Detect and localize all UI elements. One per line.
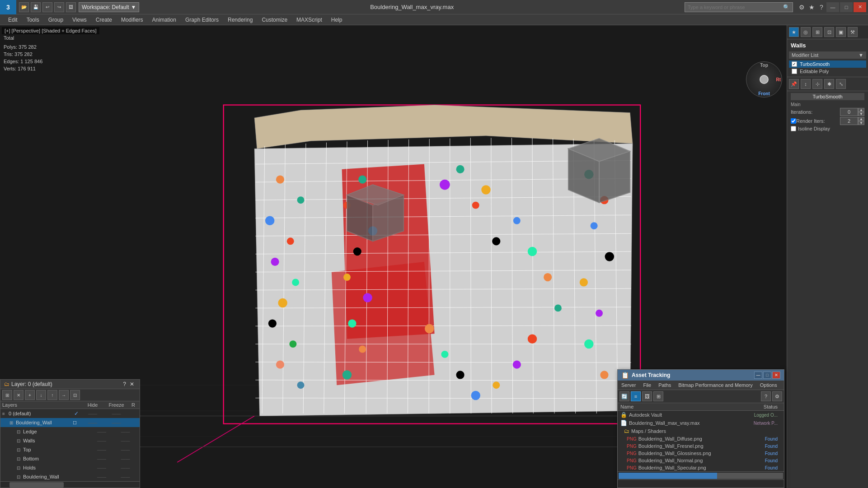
at-tool-1[interactable]: 🔄 <box>619 391 629 401</box>
at-file-status: Found <box>745 437 781 442</box>
layer-row-bouldering-wall[interactable]: ⊞ Bouldering_Wall □ —— —— <box>0 418 140 427</box>
cursor-icon[interactable]: ↕ <box>801 79 811 89</box>
open-button[interactable]: 📂 <box>19 2 29 12</box>
undo-button[interactable]: ↩ <box>42 2 52 12</box>
layer-row-bottom[interactable]: ⊡ Bottom —— —— <box>0 454 140 463</box>
maximize-button[interactable]: □ <box>840 2 853 12</box>
save-button[interactable]: 💾 <box>31 2 41 12</box>
rpanel-utility-icon[interactable]: ⚒ <box>848 27 858 37</box>
modifier-turbosmooth[interactable]: ✓ TurboSmooth <box>789 60 866 68</box>
at-tool-4[interactable]: ⊞ <box>653 391 663 401</box>
rpanel-motion-icon[interactable]: ⊡ <box>824 27 834 37</box>
layer-row-bouldering-sub[interactable]: ⊡ Bouldering_Wall —— —— <box>0 472 140 481</box>
expand-icon[interactable]: ⤡ <box>836 79 846 89</box>
menu-animation[interactable]: Animation <box>148 14 181 25</box>
view-button[interactable]: 🖼 <box>66 2 76 12</box>
close-button[interactable]: ✕ <box>854 2 866 12</box>
at-minimize-btn[interactable]: — <box>754 372 762 379</box>
ts-iterations-input[interactable] <box>840 108 858 116</box>
modifier-editable-poly[interactable]: Editable Poly <box>789 68 866 75</box>
minimize-button[interactable]: — <box>826 2 839 12</box>
layer-row-ledge[interactable]: ⊡ Ledge —— —— <box>0 427 140 436</box>
help-icon[interactable]: ? <box>816 2 826 12</box>
at-file-fresnel[interactable]: PNG Bouldering_Wall_Fresnel.png Found <box>618 442 784 450</box>
at-close-btn[interactable]: ✕ <box>772 372 780 379</box>
layer-tool-3[interactable]: + <box>25 390 35 400</box>
layer-tool-6[interactable]: → <box>59 390 69 400</box>
move-icon[interactable]: ✱ <box>824 79 834 89</box>
at-col-name: Name <box>620 404 736 409</box>
ts-render-up[interactable]: ▲ <box>858 117 864 121</box>
layer-tool-2[interactable]: ✕ <box>14 390 23 400</box>
modifier-list-header[interactable]: Modifier List ▼ <box>789 51 866 59</box>
at-file-specular[interactable]: PNG Bouldering_Wall_Specular.png Found <box>618 464 784 471</box>
menu-customize[interactable]: Customize <box>257 14 292 25</box>
svg-point-41 <box>276 176 284 184</box>
at-tool-2[interactable]: ≡ <box>631 391 641 401</box>
ts-iter-down[interactable]: ▼ <box>858 112 864 116</box>
at-subgroup-maps[interactable]: 🗂 Maps / Shaders <box>618 427 784 435</box>
at-tool-settings[interactable]: ⚙ <box>772 391 782 401</box>
layer-tool-5[interactable]: ↑ <box>47 390 57 400</box>
layer-row-holds[interactable]: ⊡ Holds —— —— <box>0 463 140 472</box>
at-tool-3[interactable]: 🖼 <box>642 391 652 401</box>
layer-row-walls[interactable]: ⊡ Walls —— —— <box>0 436 140 445</box>
svg-point-64 <box>492 237 500 245</box>
settings-icon[interactable]: ⚙ <box>797 2 807 12</box>
layer-close-btn[interactable]: ✕ <box>128 381 136 387</box>
rpanel-camera-icon[interactable]: ◎ <box>801 27 811 37</box>
svg-point-44 <box>287 237 294 245</box>
svg-point-67 <box>544 273 552 281</box>
ts-isoline-checkbox[interactable] <box>791 126 796 131</box>
layer-box-icon: □ <box>73 419 80 426</box>
menu-graph-editors[interactable]: Graph Editors <box>181 14 223 25</box>
layer-tool-4[interactable]: ↓ <box>36 390 46 400</box>
at-maximize-btn[interactable]: □ <box>763 372 771 379</box>
redo-button[interactable]: ↪ <box>54 2 64 12</box>
workspace-dropdown[interactable]: Workspace: Default ▼ <box>79 2 139 12</box>
menu-modifiers[interactable]: Modifiers <box>117 14 148 25</box>
menu-tools[interactable]: Tools <box>22 14 44 25</box>
search-input[interactable] <box>688 5 783 10</box>
turbosmooth-panel: TurboSmooth Main Iterations: ▲ ▼ Render … <box>787 91 868 134</box>
menu-edit[interactable]: Edit <box>4 14 22 25</box>
menu-rendering[interactable]: Rendering <box>223 14 257 25</box>
at-title-bar: 📋 Asset Tracking — □ ✕ <box>618 370 784 381</box>
menu-group[interactable]: Group <box>44 14 68 25</box>
rpanel-hierarchy-icon[interactable]: ⊞ <box>812 27 822 37</box>
search-bar[interactable]: 🔍 <box>685 2 793 12</box>
at-file-normal[interactable]: PNG Bouldering_Wall_Normal.png Found <box>618 457 784 464</box>
ts-render-iters-checkbox[interactable] <box>791 118 796 124</box>
layer-scroll-thumb[interactable] <box>9 482 64 488</box>
at-menu-server[interactable]: Server <box>619 381 638 389</box>
rpanel-display-icon[interactable]: ▣ <box>836 27 846 37</box>
layer-tool-1[interactable]: ⊞ <box>2 390 12 400</box>
at-menu-file[interactable]: File <box>641 381 653 389</box>
at-group-vault[interactable]: 🔒 Autodesk Vault Logged O... <box>618 411 784 419</box>
at-menu-bitmap[interactable]: Bitmap Performance and Memory <box>676 381 754 389</box>
menu-maxscript[interactable]: MAXScript <box>292 14 327 25</box>
layer-row-top[interactable]: ⊡ Top —— —— <box>0 445 140 454</box>
svg-point-49 <box>289 340 296 348</box>
ts-render-down[interactable]: ▼ <box>858 121 864 125</box>
at-group-maxfile[interactable]: 📄 Bouldering_Wall_max_vray.max Network P… <box>618 419 784 427</box>
at-file-glossiness[interactable]: PNG Bouldering_Wall_Glossiness.png Found <box>618 450 784 457</box>
menu-help[interactable]: Help <box>327 14 347 25</box>
rpanel-light-icon[interactable]: ★ <box>789 27 799 37</box>
at-menu-paths[interactable]: Paths <box>657 381 673 389</box>
ts-render-iters-input[interactable] <box>840 117 858 125</box>
layer-toolbar: ⊞ ✕ + ↓ ↑ → ⊡ <box>0 389 140 401</box>
menu-views[interactable]: Views <box>68 14 91 25</box>
ts-iter-up[interactable]: ▲ <box>858 108 864 112</box>
layer-help-btn[interactable]: ? <box>121 381 128 387</box>
pin-icon[interactable]: 📌 <box>789 79 799 89</box>
at-menu-options[interactable]: Options <box>758 381 779 389</box>
select-icon[interactable]: ⊹ <box>812 79 822 89</box>
menu-create[interactable]: Create <box>91 14 117 25</box>
star-icon[interactable]: ★ <box>807 2 816 12</box>
layer-scrollbar[interactable] <box>0 481 140 488</box>
at-tool-help[interactable]: ? <box>761 391 771 401</box>
layer-row-default[interactable]: ≡ 0 (default) ✓ —— —— <box>0 409 140 418</box>
layer-tool-7[interactable]: ⊡ <box>70 390 80 400</box>
at-file-diffuse[interactable]: PNG Bouldering_Wall_Diffuse.png Found <box>618 435 784 442</box>
